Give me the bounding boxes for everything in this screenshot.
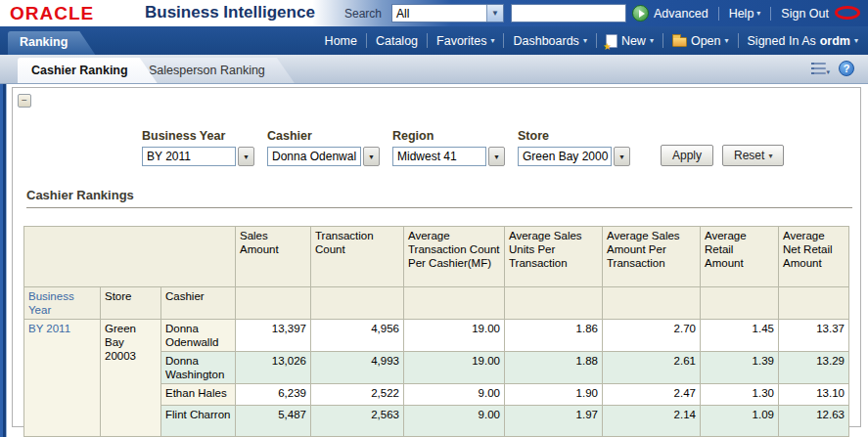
table-cell: 13.29 [779,352,849,384]
open-folder-icon [672,37,687,47]
help-link[interactable]: Help▾ [729,7,761,21]
chevron-down-icon: ▾ [854,36,858,45]
oracle-o-icon [835,6,860,20]
cashier-select[interactable]: Donna Odenwal ▼ [267,147,380,166]
reset-button[interactable]: Reset▾ [722,145,784,166]
business-year-value: BY 2011 [142,147,236,166]
table-cell: 9.00 [404,384,505,406]
divider [738,33,739,48]
table-cell: 2.70 [603,320,701,352]
empty-header-cell [779,287,849,320]
dashboard-navbar: Ranking Home Catalog Favorites▾ Dashboar… [0,26,868,55]
list-line [811,63,826,65]
chevron-down-icon: ▾ [725,36,729,45]
column-header: Average Transaction Count Per Cashier(MF… [404,227,505,287]
cashier-cell: Flint Charron [161,406,236,437]
divider [366,33,367,48]
store-value: Green Bay 2000 [518,147,612,166]
chevron-down-icon[interactable]: ▼ [363,147,380,166]
filter-region: Region Midwest 41 ▼ [392,129,505,166]
table-cell: 4,993 [311,352,404,384]
advanced-link[interactable]: Advanced [654,7,708,21]
table-cell: 1.30 [701,384,779,406]
store-cell: Green Bay 20003 [101,320,161,437]
cashier-value: Donna Odenwal [267,147,361,166]
search-input[interactable] [511,4,626,22]
filter-label: Region [392,129,505,143]
divider [503,33,504,48]
chevron-down-icon[interactable]: ▼ [614,147,630,166]
table-cell: 1.45 [701,320,779,352]
table-cell: 13.37 [779,320,849,352]
column-header: Average Net Retail Amount [779,227,849,287]
tab-salesperson-ranking[interactable]: Salesperson Ranking [135,58,295,83]
collapse-section-icon[interactable]: − [18,94,31,108]
empty-header-cell [603,287,701,320]
chevron-down-icon: ▾ [650,36,654,45]
store-select[interactable]: Green Bay 2000 ▼ [518,147,630,166]
section-title: Cashier Rankings [26,188,852,208]
table-cell: 2.47 [603,384,701,406]
dimension-header-row: Business Year Store Cashier [24,287,849,320]
page-tools: ▾ ? [811,61,854,76]
page-left-border [0,84,7,437]
table-cell: 1.09 [701,406,779,437]
business-year-select[interactable]: BY 2011 ▼ [142,147,254,166]
column-header: Average Sales Units Per Transaction [505,227,603,287]
region-select[interactable]: Midwest 41 ▼ [392,147,505,166]
table-cell: 1.90 [505,384,603,406]
table-cell: 1.39 [701,352,779,384]
nav-dashboards[interactable]: Dashboards▾ [513,34,586,48]
empty-header-cell [505,287,603,320]
measure-header-row: Sales Amount Transaction Count Average T… [24,227,849,287]
dashboard-content-panel: − Business Year BY 2011 ▼ Cashier Donna … [12,87,861,427]
divider [662,33,663,48]
navbar-links: Home Catalog Favorites▾ Dashboards▾ New▾… [325,26,858,55]
prompt-filters: Business Year BY 2011 ▼ Cashier Donna Od… [142,129,784,166]
nav-favorites[interactable]: Favorites▾ [436,34,494,48]
dashboard-page-tab-ranking[interactable]: Ranking [8,31,95,55]
business-year-link[interactable]: Business Year [28,290,74,316]
help-icon[interactable]: ? [839,61,854,76]
filter-label: Store [518,129,630,143]
chevron-down-icon[interactable]: ▼ [488,147,505,166]
filter-label: Business Year [142,129,254,143]
signed-in-menu[interactable]: Signed In Asordm▾ [748,34,858,48]
nav-open[interactable]: Open▾ [672,34,729,48]
chevron-down-icon: ▼ [486,5,503,22]
cashier-cell: Donna Odenwalld [161,320,236,352]
divider [427,33,428,48]
chevron-down-icon: ▾ [768,152,772,160]
empty-header-cell [701,287,779,320]
dimension-header-cashier: Cashier [161,287,236,320]
divider [718,7,719,21]
table-cell: 2.14 [603,406,701,437]
dimension-header-store: Store [101,287,161,320]
table-cell: 2.61 [603,352,701,384]
column-header: Average Retail Amount [701,227,779,287]
filter-store: Store Green Bay 2000 ▼ [518,129,630,166]
nav-catalog[interactable]: Catalog [376,34,418,48]
region-value: Midwest 41 [392,147,486,166]
chevron-down-icon[interactable]: ▼ [238,147,254,166]
nav-home[interactable]: Home [325,34,357,48]
chevron-down-icon: ▾ [756,9,760,18]
filter-actions: Apply Reset▾ [661,145,784,166]
table-cell: 13,397 [236,320,311,352]
play-icon [639,10,645,18]
signed-in-user: ordm [820,34,850,48]
search-scope-select[interactable]: All ▼ [391,4,504,22]
page-options-icon[interactable]: ▾ [811,62,829,75]
search-go-icon[interactable] [632,5,649,22]
nav-new[interactable]: New▾ [606,34,654,48]
search-label: Search [344,7,382,21]
table-cell: 1.88 [505,352,603,384]
sign-out-link[interactable]: Sign Out [781,7,829,21]
tab-cashier-ranking[interactable]: Cashier Ranking [18,58,158,83]
table-cell: 1.86 [505,320,603,352]
application-window: ORACLE Business Intelligence Search All … [0,0,868,437]
by-2011-link[interactable]: BY 2011 [28,323,70,334]
table-cell: 5,487 [236,406,311,437]
apply-button[interactable]: Apply [661,145,713,166]
empty-header-cell [24,227,236,287]
